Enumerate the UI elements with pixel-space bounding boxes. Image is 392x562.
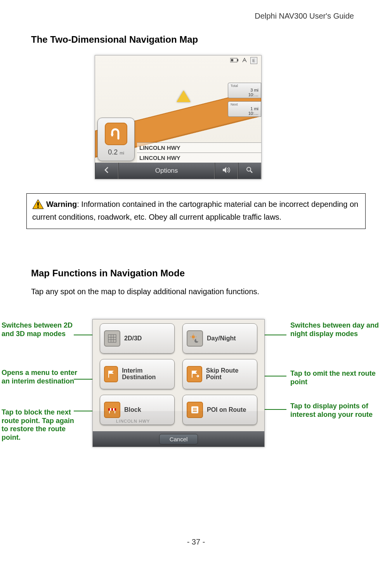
- bottom-toolbar-functions: Cancel: [93, 431, 264, 447]
- button-skip-route-point[interactable]: Skip Route Point: [182, 359, 257, 389]
- svg-rect-21: [111, 408, 113, 411]
- next-turn-card[interactable]: 0.2 mi: [97, 118, 135, 161]
- svg-line-4: [250, 171, 252, 173]
- button-interim-destination-label: Interim Destination: [122, 368, 170, 381]
- speaker-icon: [222, 167, 231, 175]
- search-button[interactable]: [238, 163, 261, 179]
- turn-distance-unit: mi: [120, 151, 124, 155]
- svg-point-12: [192, 335, 195, 338]
- bottom-toolbar: Options: [95, 163, 261, 179]
- body-text-tap-map: Tap any spot on the map to display addit…: [31, 287, 259, 296]
- info-next-time: 10:…: [231, 111, 258, 116]
- road-name-current: LINCOLN HWY: [137, 153, 261, 163]
- compass-indicator: E: [250, 57, 257, 64]
- section-heading-map-functions: Map Functions in Navigation Mode: [31, 268, 185, 279]
- svg-rect-17: [108, 371, 109, 378]
- svg-rect-5: [37, 202, 38, 206]
- button-skip-route-point-label: Skip Route Point: [206, 368, 253, 381]
- document-header: Delphi NAV300 User's Guide: [255, 12, 354, 21]
- warning-icon: [32, 199, 44, 212]
- turn-distance-value: 0.2: [108, 148, 118, 156]
- road-name-panel: LINCOLN HWY LINCOLN HWY: [137, 142, 261, 163]
- svg-rect-22: [114, 408, 116, 411]
- chevron-left-icon: [103, 167, 110, 175]
- sun-moon-icon: [187, 330, 203, 347]
- nav-screenshot-2d-map: E Total 3 mi 10:… Next 1 mi 10:…: [95, 55, 262, 179]
- options-button[interactable]: Options: [118, 163, 215, 179]
- callout-2d3d: Switches between 2D and 3D map modes: [2, 321, 80, 338]
- warning-box: Warning: Information contained in the ca…: [26, 193, 366, 229]
- info-next-distance: 1 mi: [231, 106, 258, 111]
- callout-skip-route: Tap to omit the next route point: [290, 369, 383, 386]
- info-next-label: Next: [231, 102, 258, 106]
- button-2d-3d-label: 2D/3D: [124, 335, 142, 342]
- info-card-next: Next 1 mi 10:…: [228, 101, 261, 117]
- nav-screenshot-functions: 2D/3D Day/Night Interim Destination: [92, 319, 265, 447]
- flag-in-icon: [104, 366, 118, 382]
- button-day-night-label: Day/Night: [207, 335, 236, 342]
- cancel-button[interactable]: Cancel: [159, 434, 198, 444]
- svg-rect-1: [237, 59, 238, 61]
- callout-interim-destination: Opens a menu to enter an interim destina…: [2, 369, 80, 385]
- battery-icon: [230, 57, 239, 64]
- toolbar-left-button[interactable]: [95, 163, 118, 179]
- road-name-next: LINCOLN HWY: [137, 142, 261, 153]
- info-card-total: Total 3 mi 10:…: [228, 83, 261, 98]
- callout-poi: Tap to display points of interest along …: [290, 402, 383, 419]
- map-canvas[interactable]: E Total 3 mi 10:… Next 1 mi 10:…: [95, 56, 261, 163]
- button-2d-3d[interactable]: 2D/3D: [100, 323, 175, 354]
- gps-sat-icon: [242, 57, 247, 64]
- warning-text: : Information contained in the cartograp…: [32, 200, 358, 221]
- info-total-label: Total: [231, 84, 258, 88]
- uturn-icon: [105, 123, 127, 145]
- grid-2d3d-icon: [104, 330, 120, 347]
- svg-rect-2: [231, 59, 233, 61]
- status-bar: E: [230, 57, 257, 64]
- volume-button[interactable]: [215, 163, 238, 179]
- page-number: - 37 -: [0, 538, 392, 546]
- position-arrow-icon: [177, 90, 191, 102]
- flag-out-icon: [187, 366, 202, 382]
- svg-point-3: [247, 167, 251, 171]
- button-interim-destination[interactable]: Interim Destination: [100, 359, 175, 389]
- svg-rect-7: [108, 335, 116, 342]
- ghost-road-label: LINCOLN HWY: [93, 411, 264, 431]
- section-heading-2d-nav-map: The Two-Dimensional Navigation Map: [31, 34, 198, 45]
- trip-info-stack: Total 3 mi 10:… Next 1 mi 10:…: [228, 83, 261, 120]
- magnifier-icon: [246, 167, 253, 175]
- button-day-night[interactable]: Day/Night: [182, 323, 257, 354]
- svg-rect-20: [108, 408, 110, 411]
- map-functions-diagram: Switches between 2D and 3D map modes Ope…: [0, 319, 392, 463]
- callout-day-night: Switches between day and night display m…: [290, 321, 383, 338]
- next-turn-distance: 0.2 mi: [108, 148, 124, 156]
- info-total-time: 10:…: [231, 92, 258, 97]
- callout-block: Tap to block the next route point. Tap a…: [2, 408, 80, 442]
- svg-rect-18: [192, 371, 193, 378]
- info-total-distance: 3 mi: [231, 88, 258, 92]
- warning-label: Warning: [46, 200, 77, 208]
- svg-rect-6: [37, 206, 38, 208]
